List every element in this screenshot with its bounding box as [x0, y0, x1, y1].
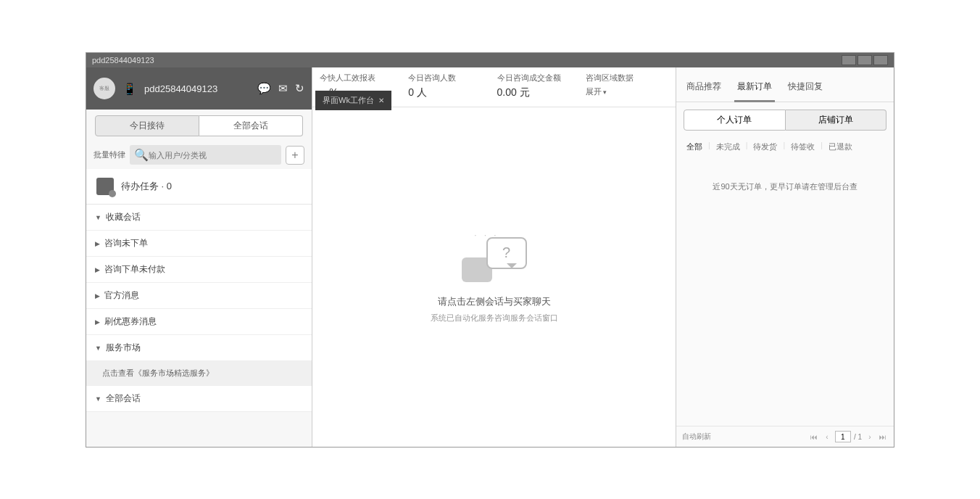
search-wrap: 🔍 [130, 145, 281, 165]
pager-label: 自动刷新 [682, 432, 711, 442]
pager-next[interactable]: › [865, 433, 875, 441]
center-panel: 今快人工效报表 -- % 今日咨询人数 0 人 今日咨询成交金额 0.00 元 … [312, 67, 676, 447]
avatar[interactable]: 客服 [94, 78, 115, 99]
close-button[interactable] [873, 55, 888, 65]
filter-refunded[interactable]: 已退款 [826, 141, 855, 154]
empty-subtitle: 系统已自动化服务咨询服务会话窗口 [431, 313, 558, 323]
phone-icon: 📱 [122, 82, 137, 96]
tab-today[interactable]: 今日接待 [95, 115, 199, 136]
pager-last[interactable]: ⏭ [878, 433, 888, 441]
username-label: pdd25844049123 [144, 83, 217, 94]
add-button[interactable]: + [286, 146, 304, 165]
search-label: 批量特律 [94, 149, 125, 160]
workspace-tab[interactable]: 界面Wk工作台 ✕ [315, 91, 391, 110]
close-icon[interactable]: ✕ [378, 96, 384, 104]
nav-all-sessions[interactable]: ▼全部会话 [86, 386, 312, 412]
tab-product[interactable]: 商品推荐 [684, 75, 724, 102]
pager: 自动刷新 ⏮ ‹ / 1 › ⏭ [676, 426, 894, 447]
right-tabs: 商品推荐 最新订单 快捷回复 [676, 67, 894, 102]
order-filters: 全部| 未完成| 待发货| 待签收| 已退款 [676, 138, 894, 160]
filter-toreceive[interactable]: 待签收 [788, 141, 818, 154]
search-input[interactable] [149, 151, 277, 160]
nav-favorites[interactable]: ▼收藏会话 [86, 205, 312, 231]
nav-consult-noorder[interactable]: ▶咨询未下单 [86, 231, 312, 257]
window-controls [842, 55, 888, 65]
stat-deal-amount: 今日咨询成交金额 0.00 元 [494, 73, 583, 99]
filter-pending[interactable]: 未完成 [713, 141, 743, 154]
minimize-button[interactable] [842, 55, 856, 65]
session-tabs: 今日接待 全部会话 [86, 110, 312, 141]
stat-region-expand[interactable]: 咨询区域数据 展开 [583, 73, 671, 99]
filter-all[interactable]: 全部 [684, 141, 705, 154]
caret-down-icon: ▼ [95, 395, 101, 403]
nav-coupon[interactable]: ▶刷优惠券消息 [86, 309, 312, 335]
caret-right-icon: ▶ [95, 266, 100, 273]
caret-right-icon: ▶ [95, 240, 100, 247]
order-empty-message: 近90天无订单，更早订单请在管理后台查 [676, 160, 894, 426]
tab-quickreply[interactable]: 快捷回复 [785, 75, 826, 102]
mail-icon[interactable]: ✉ [278, 82, 288, 95]
refresh-icon[interactable]: ↻ [295, 82, 304, 95]
nav-service-sub[interactable]: 点击查看《服务市场精选服务》 [86, 361, 312, 386]
titlebar-text: pdd25844049123 [92, 56, 154, 65]
nav-service-market[interactable]: ▼服务市场 [86, 335, 312, 361]
nav-official[interactable]: ▶官方消息 [86, 283, 312, 309]
chat-empty-icon: · · · ? [462, 231, 527, 282]
stat-consult-count: 今日咨询人数 0 人 [405, 73, 494, 99]
todo-icon [96, 178, 114, 195]
session-nav: ▼收藏会话 ▶咨询未下单 ▶咨询下单未付款 ▶官方消息 ▶刷优惠券消息 ▼服务市… [86, 205, 312, 447]
empty-title: 请点击左侧会话与买家聊天 [438, 295, 551, 308]
nav-order-unpaid[interactable]: ▶咨询下单未付款 [86, 257, 312, 283]
pager-input[interactable] [835, 431, 851, 442]
caret-down-icon: ▼ [95, 214, 101, 221]
app-window: pdd25844049123 客服 📱 pdd25844049123 💬 ✉ ↻… [86, 52, 894, 448]
right-panel: 商品推荐 最新订单 快捷回复 个人订单 店铺订单 全部| 未完成| 待发货| 待… [676, 67, 894, 447]
subtab-store[interactable]: 店铺订单 [786, 110, 887, 131]
pager-first[interactable]: ⏮ [809, 433, 819, 441]
left-panel: 客服 📱 pdd25844049123 💬 ✉ ↻ 界面Wk工作台 ✕ 今日接待… [86, 67, 312, 447]
order-subtabs: 个人订单 店铺订单 [676, 102, 894, 138]
left-header: 客服 📱 pdd25844049123 💬 ✉ ↻ 界面Wk工作台 ✕ [86, 67, 312, 110]
caret-down-icon: ▼ [95, 345, 101, 352]
caret-right-icon: ▶ [95, 318, 100, 326]
maximize-button[interactable] [858, 55, 872, 65]
filter-toship[interactable]: 待发货 [750, 141, 780, 154]
pager-total: / 1 [854, 433, 862, 441]
todo-label: 待办任务 · 0 [121, 180, 172, 193]
workspace-tab-label: 界面Wk工作台 [323, 95, 374, 106]
titlebar: pdd25844049123 [86, 53, 894, 67]
tab-all[interactable]: 全部会话 [199, 115, 303, 136]
todo-row[interactable]: 待办任务 · 0 [86, 169, 312, 205]
chat-empty-state: · · · ? 请点击左侧会话与买家聊天 系统已自动化服务咨询服务会话窗口 [312, 107, 676, 447]
tab-order[interactable]: 最新订单 [734, 75, 775, 102]
search-row: 批量特律 🔍 + [86, 141, 312, 169]
pager-prev[interactable]: ‹ [822, 433, 832, 441]
search-icon: 🔍 [134, 148, 149, 162]
caret-right-icon: ▶ [95, 292, 100, 300]
subtab-personal[interactable]: 个人订单 [684, 110, 786, 131]
message-icon[interactable]: 💬 [257, 82, 271, 95]
